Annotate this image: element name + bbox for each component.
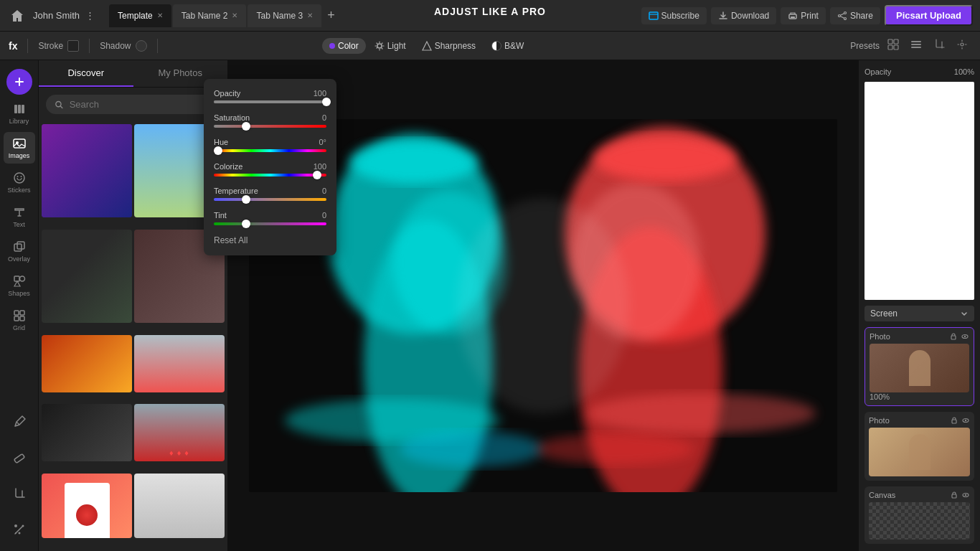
- shadow-icon[interactable]: [136, 40, 147, 52]
- grid-image-9[interactable]: [42, 474, 132, 538]
- eraser-tool[interactable]: [4, 442, 35, 474]
- home-icon[interactable]: [7, 6, 27, 26]
- lock-icon[interactable]: [949, 332, 958, 341]
- tab-close-1[interactable]: ✕: [232, 11, 237, 19]
- hue-slider[interactable]: [214, 149, 326, 152]
- fx-label[interactable]: fx: [9, 40, 17, 52]
- bw-icon: [491, 41, 501, 51]
- colorize-slider[interactable]: [214, 174, 326, 176]
- layer-canvas[interactable]: Canvas: [864, 486, 974, 544]
- grid-image-8[interactable]: ♦ ♦ ♦: [134, 404, 225, 461]
- grid-view-button[interactable]: [884, 37, 903, 55]
- svg-rect-30: [14, 316, 19, 321]
- opacity-value: 100: [314, 89, 326, 98]
- lock-icon-2[interactable]: [950, 416, 958, 425]
- tab-3[interactable]: Tab Name 3 ✕: [248, 4, 321, 27]
- left-panel: Discover My Photos: [39, 60, 228, 551]
- sharpness-tab[interactable]: Sharpness: [415, 38, 483, 54]
- search-bar[interactable]: [46, 95, 220, 114]
- svg-point-34: [22, 525, 24, 527]
- svg-point-22: [17, 176, 18, 177]
- picsart-upload-button[interactable]: Picsart Upload: [885, 5, 973, 26]
- temperature-label: Temperature: [214, 187, 258, 195]
- svg-rect-13: [911, 44, 921, 45]
- svg-rect-2: [791, 17, 795, 18]
- shadow-label: Shadow: [100, 41, 131, 51]
- sharpness-icon: [422, 41, 432, 51]
- blend-mode-select[interactable]: Screen: [864, 306, 974, 321]
- crop-icon[interactable]: [930, 37, 948, 55]
- tint-row: Tint 0: [214, 211, 326, 225]
- eye-icon-canvas[interactable]: [961, 491, 970, 499]
- grid-image-5[interactable]: [42, 335, 132, 392]
- svg-rect-11: [894, 45, 898, 50]
- sidebar-item-shapes[interactable]: Shapes: [4, 270, 35, 301]
- add-tab-button[interactable]: +: [323, 8, 339, 23]
- layer-photo-2[interactable]: Photo: [864, 412, 974, 481]
- settings-icon[interactable]: [953, 37, 971, 55]
- svg-rect-16: [14, 105, 17, 113]
- sidebar-item-images[interactable]: Images: [4, 132, 35, 164]
- grid-image-6[interactable]: [134, 335, 225, 392]
- magic-tool[interactable]: [4, 514, 35, 545]
- hue-label: Hue: [214, 138, 228, 146]
- crop-tool[interactable]: [4, 478, 35, 509]
- layout-icon[interactable]: [907, 37, 925, 55]
- draw-tool[interactable]: [4, 406, 35, 438]
- subscribe-button[interactable]: Subscribe: [641, 7, 707, 24]
- layer-2-icons: [950, 416, 970, 425]
- grid-image-7[interactable]: [42, 404, 132, 461]
- saturation-slider[interactable]: [214, 125, 326, 128]
- svg-point-21: [14, 173, 24, 183]
- sidebar-item-overlay[interactable]: Overlay: [4, 235, 35, 267]
- svg-point-45: [457, 198, 629, 413]
- menu-dots[interactable]: ⋮: [85, 10, 95, 21]
- stroke-group: Stroke: [38, 40, 79, 52]
- sidebar-item-text[interactable]: Text: [4, 201, 35, 232]
- download-button[interactable]: Download: [711, 7, 776, 24]
- stroke-label: Stroke: [38, 41, 63, 51]
- svg-point-36: [15, 532, 17, 534]
- sidebar-item-grid[interactable]: Grid: [4, 304, 35, 336]
- canvas-image[interactable]: [249, 119, 837, 492]
- opacity-slider[interactable]: [214, 100, 326, 103]
- add-element-button[interactable]: [6, 69, 32, 95]
- grid-image-1[interactable]: [42, 124, 132, 217]
- colorize-label: Colorize: [214, 162, 242, 171]
- tab-2[interactable]: Tab Name 2 ✕: [173, 4, 247, 27]
- temperature-value: 0: [322, 187, 326, 195]
- sep-2: [89, 39, 90, 53]
- print-button[interactable]: Print: [781, 7, 826, 24]
- svg-rect-55: [952, 420, 956, 423]
- grid-image-3[interactable]: [42, 230, 132, 323]
- tab-close-2[interactable]: ✕: [307, 11, 313, 19]
- sidebar-item-library[interactable]: Library: [4, 98, 35, 129]
- bw-tab[interactable]: B&W: [484, 38, 531, 54]
- color-tab[interactable]: Color: [322, 38, 366, 54]
- svg-rect-14: [911, 47, 921, 48]
- tint-slider[interactable]: [214, 222, 326, 225]
- lock-icon-canvas[interactable]: [950, 491, 958, 499]
- discover-tab[interactable]: Discover: [39, 60, 133, 87]
- search-input[interactable]: [70, 99, 212, 110]
- layer-photo-1[interactable]: Photo 100%: [864, 327, 974, 406]
- sidebar-item-stickers[interactable]: Stickers: [4, 166, 35, 198]
- svg-rect-8: [888, 39, 892, 44]
- toolbar: fx Stroke Shadow Color Light Sharpness B…: [0, 32, 980, 60]
- share-button[interactable]: Share: [830, 7, 880, 24]
- search-icon: [55, 100, 64, 110]
- temperature-slider[interactable]: [214, 198, 326, 201]
- tab-close-0[interactable]: ✕: [157, 11, 163, 19]
- stroke-swatch[interactable]: [67, 40, 79, 52]
- user-name: John Smith: [33, 10, 80, 21]
- layer-photo-1-label: Photo: [870, 332, 969, 341]
- eye-icon[interactable]: [961, 332, 969, 341]
- tab-template[interactable]: Template ✕: [109, 4, 171, 27]
- eye-icon-2[interactable]: [961, 416, 970, 425]
- svg-point-49: [536, 433, 694, 465]
- reset-all-button[interactable]: Reset All: [214, 235, 326, 245]
- layer-canvas-thumb: [869, 502, 970, 540]
- rs-opacity-slider[interactable]: [864, 82, 974, 300]
- grid-image-10[interactable]: [134, 474, 225, 538]
- light-tab[interactable]: Light: [367, 38, 413, 54]
